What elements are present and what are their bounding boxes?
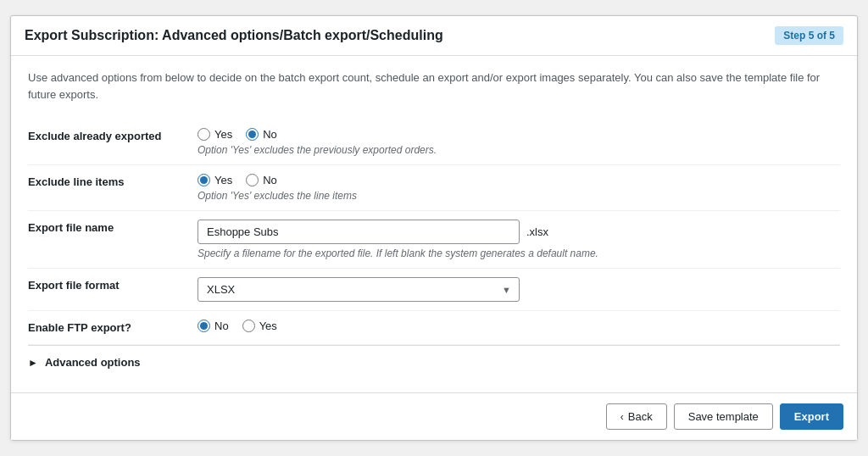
- enable-ftp-export-no-option[interactable]: No: [198, 320, 229, 332]
- dialog-body: Use advanced options from below to decid…: [11, 56, 857, 392]
- exclude-line-items-options: Yes No: [198, 174, 840, 186]
- export-file-name-label: Export file name: [28, 220, 198, 234]
- dialog-title: Export Subscription: Advanced options/Ba…: [25, 28, 443, 43]
- exclude-line-items-label: Exclude line items: [28, 174, 198, 188]
- exclude-line-items-hint: Option 'Yes' excludes the line items: [198, 190, 840, 202]
- export-file-format-control: XLSX CSV XLS ▼: [198, 277, 840, 302]
- dialog-footer: ‹ Back Save template Export: [11, 392, 857, 440]
- chevron-right-icon: ►: [28, 357, 38, 369]
- description-text: Use advanced options from below to decid…: [28, 70, 840, 103]
- enable-ftp-export-yes-radio[interactable]: [242, 320, 255, 332]
- exclude-already-exported-no-label: No: [263, 128, 277, 141]
- export-file-name-control: .xlsx Specify a filename for the exporte…: [198, 220, 840, 259]
- exclude-already-exported-hint: Option 'Yes' excludes the previously exp…: [198, 144, 840, 156]
- back-button[interactable]: ‹ Back: [606, 403, 667, 430]
- step-badge: Step 5 of 5: [775, 26, 843, 45]
- enable-ftp-export-no-label: No: [214, 320, 229, 332]
- exclude-line-items-yes-radio[interactable]: [198, 174, 210, 186]
- enable-ftp-export-row: Enable FTP export? No Yes: [28, 311, 840, 345]
- exclude-already-exported-label: Exclude already exported: [28, 128, 198, 142]
- save-template-button[interactable]: Save template: [674, 403, 773, 430]
- exclude-already-exported-control: Yes No Option 'Yes' excludes the previou…: [198, 128, 840, 156]
- enable-ftp-export-yes-label: Yes: [259, 320, 277, 332]
- exclude-line-items-no-radio[interactable]: [246, 174, 259, 186]
- export-file-format-label: Export file format: [28, 277, 198, 292]
- exclude-already-exported-yes-option[interactable]: Yes: [198, 128, 232, 141]
- exclude-line-items-row: Exclude line items Yes No Option 'Yes' e…: [28, 165, 840, 211]
- exclude-already-exported-row: Exclude already exported Yes No Option '…: [28, 120, 840, 165]
- export-file-name-input[interactable]: [198, 220, 520, 244]
- exclude-line-items-control: Yes No Option 'Yes' excludes the line it…: [198, 174, 840, 202]
- advanced-options-label: Advanced options: [45, 356, 141, 369]
- exclude-already-exported-yes-label: Yes: [214, 128, 232, 141]
- exclude-line-items-yes-option[interactable]: Yes: [198, 174, 232, 186]
- enable-ftp-export-no-radio[interactable]: [198, 320, 210, 332]
- enable-ftp-export-label: Enable FTP export?: [28, 320, 198, 334]
- export-file-format-row: Export file format XLSX CSV XLS ▼: [28, 269, 840, 311]
- file-extension: .xlsx: [526, 225, 548, 238]
- chevron-left-icon: ‹: [620, 411, 624, 423]
- export-file-name-hint: Specify a filename for the exported file…: [198, 247, 840, 259]
- export-file-format-select-wrapper: XLSX CSV XLS ▼: [198, 277, 520, 302]
- exclude-line-items-no-option[interactable]: No: [246, 174, 277, 186]
- dialog-header: Export Subscription: Advanced options/Ba…: [11, 16, 857, 56]
- enable-ftp-export-options: No Yes: [198, 320, 840, 332]
- enable-ftp-export-yes-option[interactable]: Yes: [242, 320, 277, 332]
- file-name-input-wrapper: .xlsx: [198, 220, 840, 244]
- exclude-already-exported-no-option[interactable]: No: [246, 128, 277, 141]
- export-dialog: Export Subscription: Advanced options/Ba…: [10, 15, 858, 441]
- exclude-line-items-yes-label: Yes: [214, 174, 232, 186]
- back-button-label: Back: [628, 410, 653, 423]
- exclude-already-exported-no-radio[interactable]: [246, 128, 259, 141]
- exclude-line-items-no-label: No: [263, 174, 277, 186]
- export-button[interactable]: Export: [780, 403, 843, 430]
- export-file-format-select[interactable]: XLSX CSV XLS: [198, 277, 520, 302]
- export-file-name-row: Export file name .xlsx Specify a filenam…: [28, 211, 840, 269]
- advanced-options-section[interactable]: ► Advanced options: [28, 345, 840, 379]
- enable-ftp-export-control: No Yes: [198, 320, 840, 336]
- exclude-already-exported-options: Yes No: [198, 128, 840, 141]
- exclude-already-exported-yes-radio[interactable]: [198, 128, 210, 141]
